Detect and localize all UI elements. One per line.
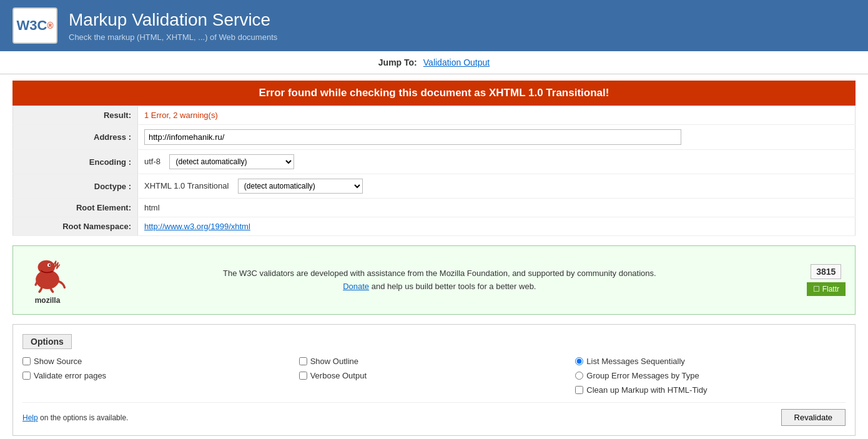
flattr-count: 3815: [811, 264, 841, 279]
flattr-button[interactable]: ☐ Flattr: [807, 282, 846, 296]
mozilla-logo: mozilla mozilla: [22, 255, 72, 305]
verbose-output-checkbox[interactable]: [299, 372, 307, 380]
group-errors-radio[interactable]: [575, 372, 583, 380]
cleanup-markup-label: Clean up Markup with HTML-Tidy: [586, 385, 707, 395]
mozilla-text: The W3C validators are developed with as…: [82, 267, 797, 293]
encoding-cell: utf-8 (detect automatically): [138, 150, 856, 174]
doctype-select[interactable]: (detect automatically): [238, 179, 363, 194]
encoding-select[interactable]: (detect automatically): [169, 154, 294, 169]
header-text: Markup Validation Service Check the mark…: [69, 10, 277, 42]
w3c-logo: W3C®: [12, 7, 57, 44]
table-row: Root Namespace: http://www.w3.org/1999/x…: [13, 217, 856, 236]
cleanup-markup-option[interactable]: Clean up Markup with HTML-Tidy: [575, 385, 846, 395]
options-box: Options Show Source Show Outline List Me…: [12, 324, 856, 436]
root-element-cell: html: [138, 199, 856, 217]
table-row: Result: 1 Error, 2 warning(s): [13, 106, 856, 125]
root-namespace-link[interactable]: http://www.w3.org/1999/xhtml: [144, 222, 250, 231]
mozilla-banner: mozilla mozilla The W3C validators are d…: [12, 245, 856, 315]
show-source-checkbox[interactable]: [22, 357, 31, 365]
show-outline-label: Show Outline: [310, 357, 358, 366]
doctype-cell: XHTML 1.0 Transitional (detect automatic…: [138, 174, 856, 199]
result-label: Result:: [13, 106, 138, 125]
error-banner: Error found while checking this document…: [12, 81, 856, 106]
mozilla-description-1: The W3C validators are developed with as…: [223, 269, 656, 278]
table-row: Root Element: html: [13, 199, 856, 217]
doctype-label: Doctype :: [13, 174, 138, 199]
show-outline-checkbox[interactable]: [299, 357, 307, 365]
validate-error-pages-checkbox[interactable]: [22, 372, 31, 380]
validate-error-pages-option[interactable]: Validate error pages: [22, 371, 293, 380]
help-text: Help on the options is available.: [22, 413, 128, 422]
page-header: W3C® Markup Validation Service Check the…: [0, 0, 868, 51]
options-footer: Help on the options is available. Revali…: [22, 402, 846, 426]
flattr-icon: ☐: [813, 285, 820, 293]
mozilla-description-2: and help us build better tools for a bet…: [369, 282, 536, 291]
svg-point-3: [49, 264, 51, 266]
cleanup-markup-checkbox[interactable]: [575, 386, 583, 394]
list-messages-option[interactable]: List Messages Sequentially: [575, 357, 846, 366]
options-grid: Show Source Show Outline List Messages S…: [22, 357, 846, 395]
flattr-label: Flattr: [822, 285, 839, 293]
show-source-option[interactable]: Show Source: [22, 357, 293, 366]
page-title: Markup Validation Service: [69, 10, 277, 30]
page-subtitle: Check the markup (HTML, XHTML, ...) of W…: [69, 32, 277, 42]
table-row: Encoding : utf-8 (detect automatically): [13, 150, 856, 174]
encoding-label: Encoding :: [13, 150, 138, 174]
jump-to-label: Jump To:: [378, 57, 417, 67]
list-messages-radio[interactable]: [575, 357, 583, 365]
verbose-output-option[interactable]: Verbose Output: [299, 371, 570, 380]
main-content: Error found while checking this document…: [0, 74, 868, 439]
root-element-value: html: [144, 203, 160, 212]
group-errors-label: Group Error Messages by Type: [586, 371, 699, 380]
mozilla-label: mozilla: [22, 296, 72, 305]
root-namespace-cell: http://www.w3.org/1999/xhtml: [138, 217, 856, 236]
validate-error-pages-label: Validate error pages: [34, 371, 106, 380]
revalidate-button[interactable]: Revalidate: [781, 409, 846, 426]
help-link[interactable]: Help: [22, 413, 38, 422]
root-element-label: Root Element:: [13, 199, 138, 217]
mozilla-donate-link[interactable]: Donate: [343, 282, 369, 291]
table-row: Doctype : XHTML 1.0 Transitional (detect…: [13, 174, 856, 199]
mozilla-dino-icon: mozilla: [26, 255, 69, 293]
encoding-value: utf-8: [144, 157, 160, 166]
group-errors-option[interactable]: Group Error Messages by Type: [575, 371, 846, 380]
doctype-value: XHTML 1.0 Transitional: [144, 181, 229, 190]
options-title: Options: [22, 334, 72, 349]
results-table: Result: 1 Error, 2 warning(s) Address : …: [12, 106, 856, 236]
list-messages-label: List Messages Sequentially: [586, 357, 685, 366]
validation-output-link[interactable]: Validation Output: [423, 57, 490, 67]
result-value-cell: 1 Error, 2 warning(s): [138, 106, 856, 125]
address-cell: [138, 125, 856, 150]
jump-bar: Jump To: Validation Output: [0, 51, 868, 74]
show-source-label: Show Source: [34, 357, 82, 366]
verbose-output-label: Verbose Output: [310, 371, 367, 380]
show-outline-option[interactable]: Show Outline: [299, 357, 570, 366]
mozilla-right: 3815 ☐ Flattr: [807, 264, 846, 296]
address-input[interactable]: [144, 129, 681, 145]
help-suffix: on the options is available.: [38, 413, 129, 422]
root-namespace-label: Root Namespace:: [13, 217, 138, 236]
result-value: 1 Error, 2 warning(s): [144, 111, 218, 120]
address-label: Address :: [13, 125, 138, 150]
table-row: Address :: [13, 125, 856, 150]
